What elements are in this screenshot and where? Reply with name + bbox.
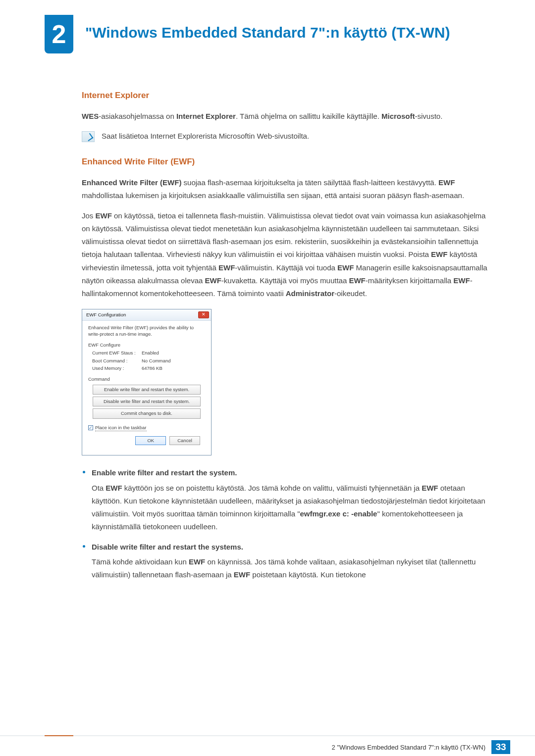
text-bold: Enhanced Write Filter (EWF): [82, 178, 181, 187]
boot-row: Boot Command : No Command: [88, 358, 205, 364]
checkbox-label: Place icon in the taskbar: [95, 425, 147, 431]
status-label: Current EWF Staus :: [92, 350, 142, 356]
page-header: 2 "Windows Embedded Standard 7":n käyttö…: [0, 0, 535, 53]
footer-chapter-ref: 2 "Windows Embedded Standard 7":n käyttö…: [331, 744, 485, 751]
text-bold: Microsoft: [381, 112, 415, 120]
boot-value: No Command: [142, 358, 171, 364]
dialog-description: Enhanced Write Filter (EWF) provides the…: [88, 325, 205, 337]
chapter-title: "Windows Embedded Standard 7":n käyttö (…: [85, 15, 450, 42]
ewf-config-dialog: EWF Configuration ✕ Enhanced Write Filte…: [82, 309, 212, 455]
command-group-label: Command: [88, 376, 205, 382]
bullet-title: Disable write filter and restart the sys…: [92, 541, 495, 554]
content-area: Internet Explorer WES-asiakasohjelmassa …: [0, 53, 535, 581]
text-bold: Internet Explorer: [176, 112, 236, 120]
ewf-paragraph-2: Jos EWF on käytössä, tietoa ei tallennet…: [82, 209, 495, 301]
commit-changes-button[interactable]: Commit changes to disk.: [93, 408, 200, 418]
memory-label: Used Memory :: [92, 365, 142, 371]
footer-text: 2 "Windows Embedded Standard 7":n käyttö…: [331, 740, 510, 754]
note-row: Saat lisätietoa Internet Explorerista Mi…: [82, 130, 495, 143]
text-bold: EWF: [438, 178, 455, 187]
checkbox-icon: ✓: [88, 425, 93, 430]
ok-button[interactable]: OK: [135, 436, 166, 445]
text: -asiakasohjelmassa on: [99, 112, 176, 120]
heading-ewf: Enhanced Write Filter (EWF): [82, 154, 495, 169]
bullet-title: Enable write filter and restart the syst…: [92, 466, 495, 479]
memory-value: 64786 KB: [142, 365, 162, 371]
taskbar-icon-checkbox[interactable]: ✓ Place icon in the taskbar: [88, 425, 205, 431]
command-group: Command Enable write filter and restart …: [88, 376, 205, 418]
ewf-paragraph-1: Enhanced Write Filter (EWF) suojaa flash…: [82, 176, 495, 202]
configure-group-label: EWF Configure: [88, 342, 205, 348]
bullet-disable: Disable write filter and restart the sys…: [92, 541, 495, 582]
text: -sivusto.: [415, 112, 442, 120]
page-footer: 2 "Windows Embedded Standard 7":n käyttö…: [0, 735, 535, 756]
close-icon[interactable]: ✕: [198, 311, 209, 318]
note-text: Saat lisätietoa Internet Explorerista Mi…: [102, 130, 309, 143]
bullet-enable: Enable write filter and restart the syst…: [92, 466, 495, 533]
ie-paragraph: WES-asiakasohjelmassa on Internet Explor…: [82, 110, 495, 123]
bullet-body: Tämä kohde aktivoidaan kun EWF on käynni…: [92, 557, 476, 579]
text: . Tämä ohjelma on sallittu kaikille käyt…: [236, 112, 381, 120]
bullet-body: Ota EWF käyttöön jos se on poistettu käy…: [92, 484, 485, 531]
bullet-list: Enable write filter and restart the syst…: [82, 466, 495, 581]
cancel-button[interactable]: Cancel: [169, 436, 200, 445]
footer-accent: [45, 735, 73, 736]
memory-row: Used Memory : 64786 KB: [88, 365, 205, 371]
disable-filter-button[interactable]: Disable write filter and restart the sys…: [93, 397, 200, 406]
heading-internet-explorer: Internet Explorer: [82, 88, 495, 103]
chapter-number-badge: 2: [45, 15, 73, 53]
dialog-footer: OK Cancel: [88, 431, 205, 450]
enable-filter-button[interactable]: Enable write filter and restart the syst…: [93, 385, 200, 395]
page-number: 33: [491, 740, 510, 754]
status-value: Enabled: [142, 350, 159, 356]
dialog-body: Enhanced Write Filter (EWF) provides the…: [82, 321, 211, 455]
dialog-titlebar: EWF Configuration ✕: [82, 309, 211, 321]
note-icon: [82, 131, 95, 142]
status-row: Current EWF Staus : Enabled: [88, 350, 205, 356]
dialog-title-text: EWF Configuration: [86, 312, 126, 318]
text-bold: WES: [82, 112, 99, 120]
boot-label: Boot Command :: [92, 358, 142, 364]
